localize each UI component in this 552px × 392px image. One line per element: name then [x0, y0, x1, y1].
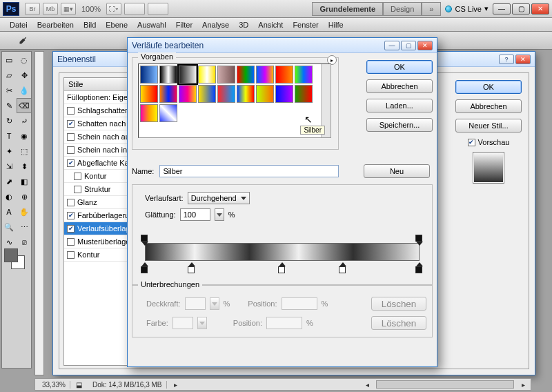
preset-swatch-9[interactable]	[159, 85, 177, 103]
tool-4[interactable]: ✂	[1, 83, 17, 98]
layerstyle-checkbox[interactable]	[67, 225, 75, 233]
color-stop[interactable]	[188, 262, 196, 271]
gradient-bar[interactable]	[145, 235, 420, 271]
layerstyle-checkbox[interactable]	[74, 186, 81, 193]
layerstyle-checkbox[interactable]	[67, 199, 75, 206]
layerstyle-item-9[interactable]: Verlaufsüberlagerung	[64, 222, 132, 235]
preset-swatch-6[interactable]	[217, 85, 235, 103]
menu-auswahl[interactable]: Auswahl	[137, 21, 166, 29]
tool-20[interactable]: A	[1, 204, 17, 219]
preset-swatch-8[interactable]	[179, 85, 197, 103]
tool-5[interactable]: 💧	[17, 83, 32, 98]
zoom-level[interactable]: 100%	[79, 5, 103, 13]
gradient-type-select[interactable]: Durchgehend	[188, 192, 250, 204]
tool-9[interactable]: ⤾	[17, 113, 32, 128]
menu-ebene[interactable]: Ebene	[106, 21, 128, 29]
preset-swatch-11[interactable]	[295, 66, 313, 84]
color-stop[interactable]	[415, 262, 424, 271]
dialog-close-icon[interactable]: ✕	[515, 55, 531, 64]
layerstyle-item-6[interactable]: Struktur	[64, 183, 132, 196]
tool-7[interactable]: ⌫	[17, 98, 32, 113]
scroll-left-icon[interactable]: ◂	[362, 381, 372, 389]
tool-12[interactable]: ✦	[1, 144, 17, 159]
foreground-color-swatch[interactable]	[4, 248, 18, 262]
layerstyle-fill-options[interactable]: Fülloptionen: Eigene	[64, 91, 132, 104]
layerstyle-item-8[interactable]: Farbüberlagerung	[64, 209, 132, 222]
preset-swatch-7[interactable]	[198, 85, 216, 103]
maximize-icon[interactable]: ▢	[512, 3, 530, 14]
preset-swatch-2[interactable]	[295, 85, 313, 103]
layerstyle-checkbox[interactable]	[67, 238, 75, 246]
color-stop[interactable]	[339, 262, 347, 271]
layerstyle-item-0[interactable]: Schlagschatten	[64, 104, 132, 117]
preset-swatch-0[interactable]	[159, 104, 177, 122]
status-zoom[interactable]: 33,33%	[38, 381, 70, 389]
color-stop[interactable]	[278, 262, 286, 271]
new-style-button[interactable]: Neuer Stil...	[455, 119, 522, 133]
preset-swatch-4[interactable]	[256, 85, 274, 103]
workspace-more-icon[interactable]: »	[422, 2, 441, 16]
tool-23[interactable]: ⋯	[17, 219, 32, 235]
preset-swatch-15[interactable]	[217, 66, 235, 84]
layerstyle-item-4[interactable]: Abgeflachte Kante	[64, 157, 132, 170]
layerstyle-item-2[interactable]: Schein nach außen	[64, 130, 132, 144]
preset-swatch-13[interactable]	[256, 66, 274, 84]
tool-19[interactable]: ⊕	[17, 189, 32, 204]
opacity-stop[interactable]	[141, 235, 149, 243]
tool-17[interactable]: ◧	[17, 174, 32, 189]
color-stop[interactable]	[141, 262, 149, 271]
dialog-maximize-icon[interactable]: ▢	[401, 41, 416, 50]
tool-14[interactable]: ⇲	[1, 159, 17, 174]
cslive-button[interactable]: CS Live ▾	[445, 4, 489, 13]
dialog-minimize-icon[interactable]: —	[384, 41, 400, 50]
tool-11[interactable]: ◉	[17, 128, 32, 144]
dialog-gradient-titlebar[interactable]: Verläufe bearbeiten — ▢ ✕	[128, 38, 437, 53]
menu-ansicht[interactable]: Ansicht	[258, 21, 283, 29]
tool-16[interactable]: ⬈	[1, 174, 17, 189]
tool-15[interactable]: ⬍	[17, 159, 32, 174]
preset-swatch-12[interactable]	[275, 66, 293, 84]
menu-3d[interactable]: 3D	[239, 21, 248, 29]
layerstyle-checkbox[interactable]	[67, 212, 75, 219]
menu-datei[interactable]: Datei	[10, 21, 28, 29]
minimize-icon[interactable]: —	[493, 3, 511, 14]
ok-button[interactable]: OK	[366, 60, 433, 74]
horizontal-scrollbar[interactable]	[376, 380, 514, 389]
smoothness-input[interactable]	[180, 208, 210, 221]
preset-swatch-18[interactable]	[159, 66, 177, 84]
load-button[interactable]: Laden...	[366, 99, 433, 112]
preset-swatch-5[interactable]	[237, 85, 255, 103]
name-input[interactable]	[159, 165, 339, 177]
ok-button[interactable]: OK	[455, 80, 522, 94]
layerstyle-list-header[interactable]: Stile	[64, 78, 132, 91]
tool-10[interactable]: T	[1, 128, 17, 144]
foreground-background-swatches[interactable]	[4, 248, 28, 272]
workspace-design[interactable]: Design	[383, 2, 422, 16]
layerstyle-checkbox[interactable]	[67, 120, 75, 128]
dialog-close-icon[interactable]: ✕	[417, 41, 433, 50]
bridge-icon[interactable]: Br	[25, 3, 40, 15]
save-button[interactable]: Speichern...	[366, 118, 433, 132]
layerstyle-item-1[interactable]: Schatten nach innen	[64, 117, 132, 130]
view-extras-icon[interactable]: ▦▾	[61, 3, 76, 15]
layerstyle-checkbox[interactable]	[67, 146, 75, 154]
tool-8[interactable]: ↻	[1, 113, 17, 128]
menu-hilfe[interactable]: Hilfe	[328, 21, 344, 29]
hand-icon[interactable]: ⛶▾	[106, 3, 121, 15]
preset-swatch-1[interactable]	[140, 104, 158, 122]
preset-swatch-3[interactable]	[275, 85, 293, 103]
tool-18[interactable]: ◐	[1, 189, 17, 204]
layerstyle-checkbox[interactable]	[67, 133, 75, 141]
layerstyle-item-5[interactable]: Kontur	[64, 170, 132, 183]
menu-fenster[interactable]: Fenster	[293, 21, 318, 29]
preset-swatch-10[interactable]	[140, 85, 158, 103]
status-info-icon[interactable]: ⬓	[75, 381, 84, 389]
scroll-right-icon[interactable]: ▸	[518, 381, 528, 389]
tool-24[interactable]: ∿	[1, 235, 17, 250]
tool-3[interactable]: ✥	[17, 68, 32, 83]
menu-bearbeiten[interactable]: Bearbeiten	[37, 21, 74, 29]
layerstyle-item-7[interactable]: Glanz	[64, 196, 132, 209]
chevron-right-icon[interactable]: ▸	[171, 381, 181, 389]
screen-mode-icon[interactable]	[148, 3, 168, 15]
menu-filter[interactable]: Filter	[176, 21, 193, 29]
